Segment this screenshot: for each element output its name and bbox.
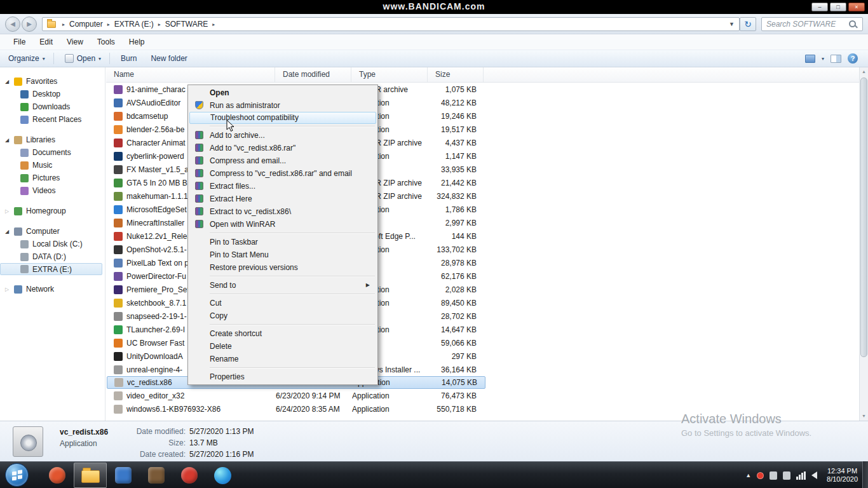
network-icon[interactable]	[796, 471, 806, 480]
context-menu-item-send-to[interactable]: Send to▶	[189, 279, 376, 292]
sidebar-item-videos[interactable]: Videos	[0, 184, 102, 197]
sidebar-item-music[interactable]: Music	[0, 159, 102, 172]
context-menu-item-open-with-winrar[interactable]: Open with WinRAR	[189, 218, 376, 231]
collapse-icon[interactable]: ◢	[4, 79, 10, 85]
start-button[interactable]	[5, 463, 29, 487]
refresh-button[interactable]: ↻	[740, 17, 756, 31]
sidebar-item-data-d[interactable]: DATA (D:)	[0, 250, 102, 263]
sidebar-header-homegroup[interactable]: ▷Homegroup	[0, 205, 105, 217]
scroll-up-icon[interactable]: ▲	[860, 67, 868, 76]
menu-item-label: Open	[210, 88, 229, 97]
taskbar-icon-app-3[interactable]	[140, 463, 173, 488]
sidebar-item-icon	[20, 161, 29, 170]
breadcrumb-item-extra-e[interactable]: EXTRA (E:)	[114, 20, 154, 29]
menubar-item-view[interactable]: View	[60, 36, 90, 48]
context-menu-item-compress-and-email[interactable]: Compress and email...	[189, 154, 376, 167]
app-icon	[181, 467, 198, 484]
context-menu-item-pin-to-taskbar[interactable]: Pin to Taskbar	[189, 236, 376, 248]
table-row[interactable]: video_editor_x326/23/2020 9:14 PMApplica…	[107, 389, 485, 402]
change-view-icon[interactable]	[805, 55, 815, 63]
breadcrumb-item-computer[interactable]: Computer	[69, 20, 103, 29]
preview-pane-icon[interactable]	[831, 55, 841, 63]
taskbar-icon-app-4[interactable]	[173, 463, 206, 488]
context-menu-item-extract-here[interactable]: Extract Here	[189, 193, 376, 205]
breadcrumb[interactable]: ▸ Computer▸EXTRA (E:)▸SOFTWARE▸ ▼	[42, 17, 740, 31]
context-menu-item-cut[interactable]: Cut	[189, 297, 376, 309]
sidebar-item-pictures[interactable]: Pictures	[0, 172, 102, 184]
restore-button[interactable]: □	[830, 3, 846, 11]
context-menu-item-rename[interactable]: Rename	[189, 353, 376, 365]
chevron-down-icon: ▾	[43, 56, 45, 62]
context-menu-item-troubleshoot-compatibility[interactable]: Troubleshoot compatibility	[189, 112, 376, 124]
context-menu-item-restore-previous-versions[interactable]: Restore previous versions	[189, 261, 376, 274]
sidebar-item-recent-places[interactable]: Recent Places	[0, 113, 102, 126]
breadcrumb-item-software[interactable]: SOFTWARE	[165, 20, 208, 29]
context-menu-item-compress-to-vc-redist-x86-rar-and-email[interactable]: Compress to "vc_redist.x86.rar" and emai…	[189, 167, 376, 180]
collapse-icon[interactable]: ◢	[4, 229, 10, 234]
taskbar-icon-edge[interactable]	[206, 463, 239, 488]
expand-icon[interactable]: ▷	[4, 287, 10, 292]
app-icon	[115, 467, 132, 484]
burn-button[interactable]: Burn	[115, 51, 142, 65]
menubar-item-tools[interactable]: Tools	[90, 36, 122, 48]
expand-icon[interactable]: ▷	[4, 208, 10, 214]
chevron-down-icon[interactable]: ▾	[822, 56, 824, 62]
taskbar-icon-explorer[interactable]	[74, 463, 107, 488]
table-row[interactable]: windows6.1-KB976932-X866/24/2020 8:35 AM…	[107, 402, 485, 416]
help-icon[interactable]: ?	[848, 53, 858, 64]
vertical-scrollbar[interactable]: ▲ ▼	[859, 67, 868, 421]
context-menu-item-pin-to-start-menu[interactable]: Pin to Start Menu	[189, 248, 376, 261]
sidebar-header-favorites[interactable]: ◢Favorites	[0, 75, 105, 88]
sidebar-header-libraries[interactable]: ◢Libraries	[0, 133, 105, 146]
collapse-icon[interactable]: ◢	[4, 137, 10, 143]
column-header-date-modified[interactable]: Date modified	[275, 67, 351, 82]
organize-button[interactable]: Organize ▾	[3, 51, 51, 65]
menubar-item-help[interactable]: Help	[122, 36, 152, 48]
tray-device-icon[interactable]	[783, 471, 790, 480]
sidebar-header-network[interactable]: ▷Network	[0, 283, 105, 295]
context-menu-item-delete[interactable]: Delete	[189, 340, 376, 353]
new-folder-button[interactable]: New folder	[145, 51, 193, 65]
taskbar-clock[interactable]: 12:34 PM 8/10/2020	[827, 467, 858, 484]
context-menu-item-open[interactable]: Open	[189, 86, 376, 99]
context-menu-item-properties[interactable]: Properties	[189, 370, 376, 383]
forward-button[interactable]: ▶	[22, 17, 37, 32]
column-header-size[interactable]: Size	[428, 67, 484, 82]
hidden-icons-arrow-icon[interactable]: ▲	[745, 472, 751, 478]
back-button[interactable]: ◀	[5, 17, 20, 32]
sidebar-item-downloads[interactable]: Downloads	[0, 100, 102, 113]
sidebar-header-computer[interactable]: ◢Computer	[0, 225, 105, 238]
column-header-name[interactable]: Name	[106, 67, 275, 82]
tray-app-icon[interactable]	[770, 471, 777, 480]
file-size-cell: 28,978 KB	[428, 259, 484, 268]
sidebar-item-documents[interactable]: Documents	[0, 146, 102, 159]
context-menu-item-run-as-administrator[interactable]: Run as administrator	[189, 99, 376, 112]
sidebar-item-local-disk-c[interactable]: Local Disk (C:)	[0, 238, 102, 250]
volume-icon[interactable]	[811, 471, 817, 479]
context-menu-item-extract-to-vc-redist-x86[interactable]: Extract to vc_redist.x86\	[189, 205, 376, 218]
scrollbar-thumb[interactable]	[860, 78, 867, 357]
search-input[interactable]: Search SOFTWARE	[761, 17, 863, 31]
sidebar-item-desktop[interactable]: Desktop	[0, 88, 102, 100]
close-button[interactable]: ×	[848, 3, 865, 11]
context-menu-item-add-to-vc-redist-x86-rar[interactable]: Add to "vc_redist.x86.rar"	[189, 142, 376, 154]
scroll-down-icon[interactable]: ▼	[860, 412, 868, 421]
column-header-type[interactable]: Type	[351, 67, 428, 82]
taskbar-icon-app-2[interactable]	[107, 463, 140, 488]
menubar-item-file[interactable]: File	[6, 36, 32, 48]
recording-indicator-icon[interactable]	[757, 472, 764, 479]
context-menu-item-copy[interactable]: Copy	[189, 309, 376, 322]
taskbar-icon-app-1[interactable]	[41, 463, 74, 488]
sidebar-item-extra-e[interactable]: EXTRA (E:)	[0, 263, 102, 275]
minimize-button[interactable]: –	[811, 3, 828, 11]
address-dropdown-icon[interactable]: ▼	[729, 21, 735, 27]
show-desktop-button[interactable]	[862, 461, 868, 488]
menubar-item-edit[interactable]: Edit	[32, 36, 60, 48]
activate-line1: Activate Windows	[681, 412, 811, 426]
chevron-down-icon: ▾	[98, 56, 101, 62]
file-type-cell: Application	[352, 405, 428, 414]
open-button[interactable]: Open ▾	[59, 51, 107, 65]
context-menu-item-extract-files[interactable]: Extract files...	[189, 180, 376, 193]
context-menu-item-add-to-archive[interactable]: Add to archive...	[189, 129, 376, 142]
context-menu-item-create-shortcut[interactable]: Create shortcut	[189, 327, 376, 340]
